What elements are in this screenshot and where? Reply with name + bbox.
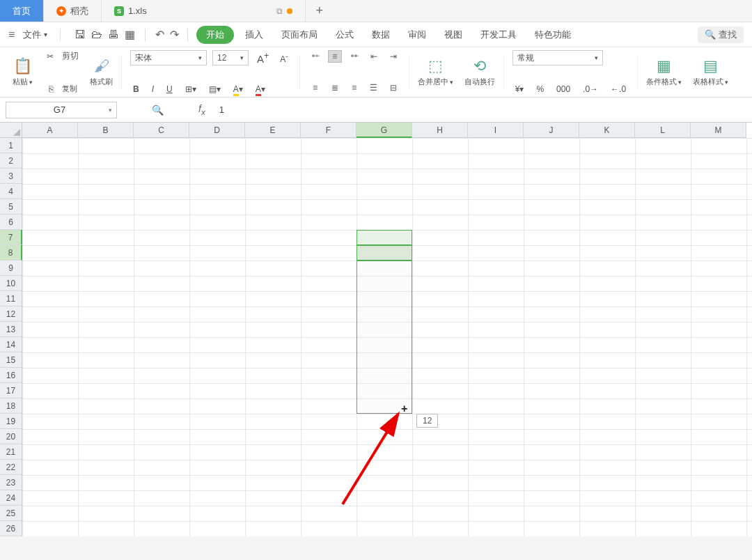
- align-bottom-icon[interactable]: ⬵: [347, 50, 361, 63]
- tab-docer[interactable]: ✦ 稻壳: [44, 0, 102, 22]
- row-header[interactable]: 15: [0, 352, 22, 368]
- row-header[interactable]: 5: [0, 199, 22, 215]
- wrap-text-button[interactable]: ⟲ 自动换行: [459, 57, 501, 87]
- menu-page-layout[interactable]: 页面布局: [274, 26, 324, 44]
- format-painter-button[interactable]: 🖌 格式刷: [84, 57, 118, 87]
- font-color-icon[interactable]: A▾: [253, 84, 268, 94]
- cell[interactable]: 1: [357, 230, 412, 245]
- number-format-select[interactable]: 常规▾: [512, 50, 603, 65]
- row-header[interactable]: 22: [0, 460, 22, 475]
- row-header[interactable]: 7: [0, 230, 22, 245]
- column-header[interactable]: E: [245, 123, 301, 138]
- row-header[interactable]: 14: [0, 337, 22, 352]
- column-header[interactable]: I: [468, 123, 524, 138]
- row-header[interactable]: 17: [0, 383, 22, 398]
- row-header[interactable]: 18: [0, 398, 22, 414]
- print-preview-icon[interactable]: ▦: [125, 28, 135, 41]
- increase-decimal-icon[interactable]: .0→: [580, 84, 601, 94]
- currency-icon[interactable]: ¥▾: [512, 84, 527, 94]
- fill-color-icon[interactable]: A▾: [230, 84, 246, 94]
- menu-view[interactable]: 视图: [437, 26, 469, 44]
- save-icon[interactable]: 🖫: [75, 29, 86, 41]
- row-header[interactable]: 13: [0, 322, 22, 337]
- redo-icon[interactable]: ↷: [170, 28, 179, 41]
- file-menu[interactable]: 文件▾: [19, 29, 52, 41]
- row-header[interactable]: 12: [0, 306, 22, 322]
- column-header[interactable]: F: [301, 123, 357, 138]
- row-header[interactable]: 3: [0, 169, 22, 184]
- column-header[interactable]: L: [635, 123, 691, 138]
- row-header[interactable]: 11: [0, 291, 22, 306]
- align-left-icon[interactable]: ≡: [308, 81, 322, 94]
- decrease-font-icon[interactable]: A-: [277, 52, 290, 64]
- column-header[interactable]: K: [579, 123, 635, 138]
- paste-button[interactable]: 📋 粘贴▾: [7, 57, 38, 87]
- column-header[interactable]: B: [78, 123, 134, 138]
- copy-icon[interactable]: ⎘: [46, 84, 56, 94]
- name-box[interactable]: G7 ▾: [6, 102, 117, 118]
- align-right-icon[interactable]: ≡: [347, 81, 361, 94]
- formula-input[interactable]: 1: [212, 104, 745, 115]
- new-tab-button[interactable]: +: [306, 0, 334, 22]
- screen-icon[interactable]: ⧉: [276, 6, 283, 16]
- thousands-icon[interactable]: 000: [554, 84, 573, 94]
- cut-label[interactable]: 剪切: [62, 50, 79, 62]
- row-header[interactable]: 2: [0, 153, 22, 169]
- menu-devtools[interactable]: 开发工具: [473, 26, 524, 44]
- menu-insert[interactable]: 插入: [238, 26, 270, 44]
- table-style-button[interactable]: ▤ 表格样式▾: [687, 57, 734, 87]
- cells-area[interactable]: 12+12: [22, 138, 752, 536]
- copy-label[interactable]: 复制: [62, 84, 77, 94]
- menu-review[interactable]: 审阅: [401, 26, 433, 44]
- indent-decrease-icon[interactable]: ⇤: [367, 50, 381, 63]
- percent-icon[interactable]: %: [533, 84, 547, 94]
- conditional-format-button[interactable]: ▦ 条件格式▾: [641, 57, 687, 87]
- column-header[interactable]: H: [412, 123, 468, 138]
- undo-icon[interactable]: ↶: [155, 28, 164, 41]
- align-justify-icon[interactable]: ☰: [367, 81, 381, 94]
- underline-icon[interactable]: U: [164, 84, 175, 94]
- increase-font-icon[interactable]: A+: [254, 51, 272, 65]
- fx-icon[interactable]: fx: [198, 103, 205, 116]
- menu-features[interactable]: 特色功能: [528, 26, 578, 44]
- save-as-icon[interactable]: 🗁: [91, 29, 102, 41]
- cut-icon[interactable]: ✂: [44, 52, 56, 61]
- row-header[interactable]: 21: [0, 444, 22, 460]
- select-all-corner[interactable]: [0, 123, 22, 138]
- indent-increase-icon[interactable]: ⇥: [386, 50, 400, 63]
- row-header[interactable]: 6: [0, 215, 22, 230]
- row-header[interactable]: 8: [0, 245, 22, 260]
- decrease-decimal-icon[interactable]: ←.0: [608, 84, 629, 94]
- column-header[interactable]: G: [357, 123, 412, 138]
- bold-icon[interactable]: B: [130, 84, 142, 94]
- align-top-icon[interactable]: ⬴: [308, 50, 322, 63]
- menu-formula[interactable]: 公式: [329, 26, 361, 44]
- row-header[interactable]: 10: [0, 276, 22, 291]
- border-icon[interactable]: ⊞▾: [182, 84, 199, 94]
- tab-home[interactable]: 首页: [0, 0, 44, 22]
- merge-center-button[interactable]: ⬚ 合并居中▾: [412, 57, 459, 87]
- cell[interactable]: 2: [357, 245, 412, 260]
- print-icon[interactable]: 🖶: [108, 29, 119, 41]
- column-header[interactable]: J: [524, 123, 579, 138]
- align-distribute-icon[interactable]: ⊟: [386, 81, 400, 94]
- font-family-select[interactable]: 宋体▾: [130, 50, 207, 65]
- row-header[interactable]: 24: [0, 490, 22, 506]
- menu-start[interactable]: 开始: [196, 26, 234, 44]
- row-header[interactable]: 26: [0, 521, 22, 536]
- font-size-select[interactable]: 12▾: [212, 50, 249, 65]
- row-header[interactable]: 20: [0, 429, 22, 444]
- row-header[interactable]: 25: [0, 506, 22, 521]
- align-center-icon[interactable]: ≣: [328, 81, 342, 94]
- row-header[interactable]: 16: [0, 368, 22, 383]
- fill-pattern-icon[interactable]: ▤▾: [206, 84, 224, 94]
- row-header[interactable]: 4: [0, 184, 22, 199]
- search-box[interactable]: 🔍 查找: [698, 26, 744, 43]
- hamburger-icon[interactable]: ≡: [8, 29, 15, 41]
- menu-data[interactable]: 数据: [365, 26, 397, 44]
- spreadsheet-grid[interactable]: ABCDEFGHIJKLM 12345678910111213141516171…: [0, 123, 752, 536]
- row-header[interactable]: 9: [0, 260, 22, 276]
- column-header[interactable]: D: [189, 123, 245, 138]
- column-header[interactable]: C: [134, 123, 189, 138]
- row-header[interactable]: 19: [0, 414, 22, 429]
